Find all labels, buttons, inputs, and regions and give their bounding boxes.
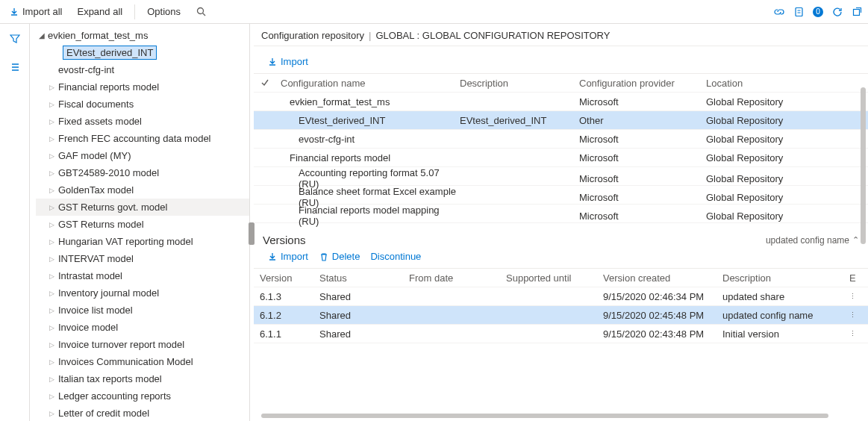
tree-item[interactable]: ▷Financial reports model — [36, 78, 249, 96]
config-row[interactable]: evostr-cfg-intMicrosoftGlobal Repository — [254, 130, 868, 149]
tree-item-label: Letter of credit model — [58, 408, 149, 419]
versions-import-label: Import — [281, 251, 308, 262]
tree-item-label: Invoice turnover report model — [58, 339, 184, 350]
cell-location: Global Repository — [706, 96, 825, 107]
tree-item[interactable]: ▷INTERVAT model — [36, 250, 249, 267]
options-button[interactable]: Options — [144, 3, 184, 20]
tree-item[interactable]: evostr-cfg-int — [36, 61, 249, 78]
tree-item-label: Hungarian VAT reporting model — [58, 236, 193, 247]
vcol-from[interactable]: From date — [409, 272, 506, 284]
versions-delete-button[interactable]: Delete — [319, 251, 360, 262]
cell-provider: Microsoft — [579, 192, 706, 203]
tree-root[interactable]: ◢ evkien_format_test_ms — [36, 27, 249, 44]
tree-item[interactable]: ▷Letter of credit model — [36, 405, 249, 421]
tree-item[interactable]: ▷Hungarian VAT reporting model — [36, 233, 249, 250]
config-row[interactable]: Balance sheet format Excel example (RU)M… — [254, 186, 868, 205]
tree-item[interactable]: ▷Invoice list model — [36, 302, 249, 319]
caret-right-icon: ▷ — [49, 101, 58, 108]
vcol-status[interactable]: Status — [319, 272, 409, 284]
config-actions: Import — [254, 53, 868, 73]
tree-selected-item[interactable]: EVtest_derived_INT — [36, 44, 249, 61]
cell-version: 6.1.3 — [260, 291, 319, 302]
config-row[interactable]: EVtest_derived_INTEVtest_derived_INTOthe… — [254, 111, 868, 130]
tree-item[interactable]: ▷Ledger accounting reports — [36, 387, 249, 405]
caret-right-icon: ▷ — [49, 324, 58, 331]
crumb-b: GLOBAL : GLOBAL CONFIGURATION REPOSITORY — [375, 30, 610, 41]
config-row[interactable]: Financial reports model mapping (RU)Micr… — [254, 205, 868, 223]
caret-right-icon: ▷ — [49, 393, 58, 400]
chevron-up-icon[interactable]: ⌃ — [852, 235, 859, 245]
refresh-icon[interactable] — [832, 7, 843, 17]
tree-item[interactable]: ▷GBT24589-2010 model — [36, 164, 249, 181]
cell-version: 6.1.2 — [260, 310, 319, 321]
svg-rect-5 — [853, 10, 859, 16]
message-badge[interactable]: 0 — [813, 7, 823, 17]
col-desc[interactable]: Description — [460, 78, 579, 89]
tree-item[interactable]: ▷GAF model (MY) — [36, 147, 249, 164]
config-row[interactable]: Financial reports modelMicrosoftGlobal R… — [254, 149, 868, 167]
tree-item[interactable]: ▷Inventory journal model — [36, 284, 249, 302]
cell-more: ⋮ — [849, 330, 858, 337]
tree-item-label: GST Returns model — [58, 219, 144, 230]
list-button[interactable] — [3, 58, 27, 76]
tree-item[interactable]: ▷GST Returns model — [36, 216, 249, 233]
col-name[interactable]: Configuration name — [281, 78, 460, 89]
options-label: Options — [147, 6, 181, 17]
tree-item[interactable]: ▷Invoice model — [36, 319, 249, 336]
filter-button[interactable] — [3, 30, 27, 48]
popout-icon[interactable] — [852, 7, 862, 17]
vcol-desc[interactable]: Description — [722, 272, 849, 284]
tree-item[interactable]: ▷Fixed assets model — [36, 113, 249, 130]
expand-all-button[interactable]: Expand all — [74, 3, 125, 20]
check-icon[interactable] — [260, 78, 270, 88]
cell-name: Financial reports model — [281, 152, 460, 163]
download-icon — [267, 57, 278, 67]
task-icon[interactable] — [793, 7, 804, 17]
tree-item[interactable]: ▷Fiscal documents — [36, 96, 249, 113]
caret-right-icon: ▷ — [49, 255, 58, 263]
versions-discontinue-button[interactable]: Discontinue — [370, 251, 421, 262]
cell-provider: Other — [579, 115, 706, 126]
tree-item[interactable]: ▷GST Returns govt. model — [36, 199, 249, 216]
search-button[interactable] — [193, 4, 209, 20]
tree-item[interactable]: ▷Invoices Communication Model — [36, 353, 249, 370]
config-row[interactable]: evkien_format_test_msMicrosoftGlobal Rep… — [254, 93, 868, 111]
vcol-extra[interactable]: E — [849, 272, 858, 284]
tree-item[interactable]: ▷French FEC accounting data model — [36, 130, 249, 147]
horizontal-scrollbar[interactable] — [261, 414, 828, 418]
versions-title: Versions — [263, 234, 306, 246]
tree-selected-label: EVtest_derived_INT — [63, 46, 157, 60]
caret-right-icon: ▷ — [49, 375, 58, 383]
cell-provider: Microsoft — [579, 96, 706, 107]
cell-location: Global Repository — [706, 115, 825, 126]
versions-import-button[interactable]: Import — [267, 251, 308, 262]
version-row[interactable]: 6.1.2Shared9/15/2020 02:45:48 PMupdated … — [254, 306, 868, 325]
versions-subtitle: updated config name — [766, 235, 849, 246]
tree-root-label: evkien_format_test_ms — [48, 30, 148, 41]
tree-item[interactable]: ▷Intrastat model — [36, 267, 249, 284]
tree-item-label: GoldenTax model — [58, 184, 134, 196]
version-row[interactable]: 6.1.1Shared9/15/2020 02:43:48 PMInitial … — [254, 325, 868, 343]
import-all-button[interactable]: Import all — [6, 3, 65, 20]
col-provider[interactable]: Configuration provider — [579, 78, 706, 89]
vcol-created[interactable]: Version created — [603, 272, 722, 284]
tree-item-label: GBT24589-2010 model — [58, 167, 159, 178]
caret-right-icon: ▷ — [49, 187, 58, 194]
tree-item[interactable]: ▷Italian tax reports model — [36, 370, 249, 387]
version-row[interactable]: 6.1.3Shared9/15/2020 02:46:34 PMupdated … — [254, 287, 868, 306]
cell-status: Shared — [319, 310, 409, 321]
vcol-version[interactable]: Version — [260, 272, 319, 284]
config-grid-header: Configuration name Description Configura… — [254, 74, 868, 93]
config-import-label: Import — [281, 56, 308, 67]
vertical-scrollbar[interactable] — [861, 87, 866, 244]
caret-right-icon: ▷ — [49, 307, 58, 314]
config-row[interactable]: Accounting reporting format 5.07 (RU)Mic… — [254, 167, 868, 186]
tree-item-label: Invoice model — [58, 322, 118, 333]
tree-item[interactable]: ▷Invoice turnover report model — [36, 336, 249, 353]
link-icon[interactable] — [774, 7, 784, 17]
vcol-supported[interactable]: Supported until — [506, 272, 603, 284]
col-location[interactable]: Location — [706, 78, 825, 89]
tree-item[interactable]: ▷GoldenTax model — [36, 181, 249, 199]
config-import-button[interactable]: Import — [267, 56, 308, 67]
caret-right-icon: ▷ — [49, 118, 58, 125]
